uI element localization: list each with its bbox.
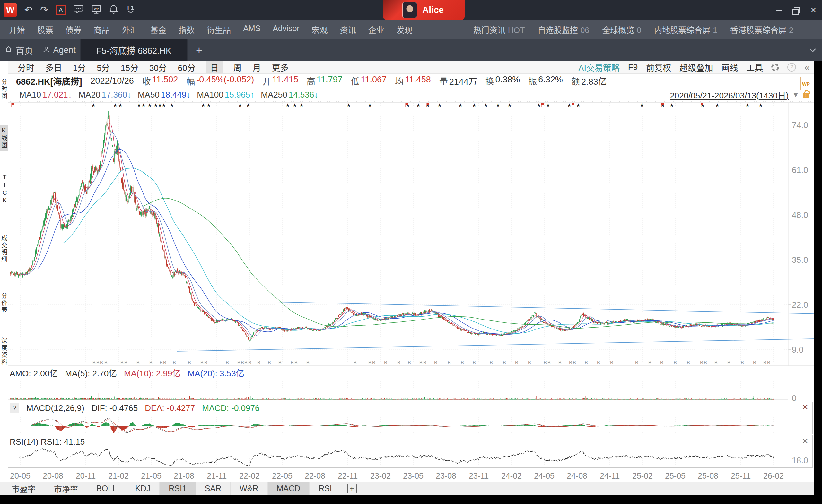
price-axis: 74.061.048.035.022.09.0018.0 [788, 120, 808, 465]
period-15min[interactable]: 15分 [121, 61, 138, 73]
close-button[interactable]: × [810, 4, 816, 15]
menu-item-news[interactable]: 资讯 [340, 24, 356, 35]
indicator-tab-sar[interactable]: SAR [196, 482, 231, 495]
svg-text:R: R [149, 360, 152, 365]
indicator-tab-pe[interactable]: 市盈率 [3, 482, 45, 495]
sidebar-item-intraday[interactable]: 分时图 [0, 79, 8, 100]
alice-banner[interactable]: Alice [383, 0, 465, 20]
tab-chevron-down-icon[interactable] [809, 46, 816, 52]
period-5min[interactable]: 5分 [97, 61, 110, 73]
menu-item-indices[interactable]: 指数 [178, 24, 194, 35]
amo-ma5: MA(5): 2.70亿 [65, 367, 117, 379]
svg-text:R: R [569, 360, 572, 365]
ai-strategy-button[interactable]: AI交易策略 [578, 61, 620, 73]
indicator-tab-boll[interactable]: BOLL [87, 482, 126, 495]
gear-icon[interactable] [771, 64, 779, 71]
restore-button[interactable] [794, 7, 800, 13]
tab-home[interactable]: 首页 [0, 39, 38, 61]
chat-icon[interactable] [73, 4, 83, 15]
quote-high: 高11.797 [307, 75, 343, 87]
macd-help-icon[interactable]: ? [10, 403, 19, 413]
menu-item-bonds[interactable]: 债券 [65, 24, 81, 35]
indicator-tab-wr[interactable]: W&R [231, 482, 268, 495]
svg-text:R: R [597, 360, 600, 365]
svg-text:★: ★ [536, 102, 541, 108]
wp-side-badge[interactable]: WP [801, 77, 811, 90]
period-60min[interactable]: 60分 [178, 61, 195, 73]
menu-item-corp[interactable]: 企业 [368, 24, 384, 35]
svg-text:★: ★ [546, 102, 550, 108]
undo-icon[interactable]: ↶ [24, 5, 32, 15]
svg-text:20-11: 20-11 [76, 471, 96, 480]
menu-item-advisor[interactable]: Advisor [273, 24, 299, 35]
svg-text:R: R [397, 360, 400, 365]
menu-item-global-overview[interactable]: 全球概览0 [602, 24, 641, 35]
svg-text:★: ★ [238, 102, 242, 108]
amo-ma10: MA(10): 2.99亿 [124, 367, 180, 379]
tab-agent[interactable]: Agent [38, 39, 81, 61]
f1-help-icon[interactable]: F1 [126, 4, 135, 15]
period-daily[interactable]: 日 [207, 61, 223, 74]
period-30min[interactable]: 30分 [149, 61, 167, 73]
redo-icon[interactable]: ↷ [40, 5, 48, 15]
period-more[interactable]: 更多 [272, 61, 289, 73]
menu-item-fx[interactable]: 外汇 [122, 24, 138, 35]
menu-item-funds[interactable]: 基金 [150, 24, 166, 35]
svg-text:21-05: 21-05 [141, 471, 161, 480]
svg-text:R: R [610, 360, 613, 365]
indicator-tab-macd[interactable]: MACD [268, 482, 310, 495]
menu-item-mainland-screen[interactable]: 内地股票综合屏1 [654, 24, 717, 35]
range-dropdown-icon[interactable]: ▼ [792, 90, 800, 99]
svg-text:★: ★ [293, 102, 297, 108]
date-range-selector[interactable]: 2020/05/21-2026/03/13(1430日) [670, 89, 789, 101]
draw-line-button[interactable]: 画线 [721, 61, 738, 73]
menu-item-discover[interactable]: 发现 [397, 24, 413, 35]
period-monthly[interactable]: 月 [253, 61, 261, 73]
period-intraday[interactable]: 分时 [18, 61, 34, 73]
minimize-button[interactable]: – [776, 4, 782, 15]
menu-item-hot-news[interactable]: 热门资讯HOT [473, 24, 525, 35]
collapse-icon[interactable]: « [804, 62, 810, 73]
svg-text:★: ★ [91, 102, 95, 108]
lock-icon[interactable] [803, 93, 809, 98]
svg-text:★: ★ [567, 102, 571, 108]
svg-text:R: R [687, 360, 690, 365]
wp-monitor-icon[interactable]: WP [91, 4, 101, 15]
forward-adjust-button[interactable]: 前复权 [646, 61, 671, 73]
macd-name: MACD(12,26,9) [26, 403, 84, 413]
indicator-tab-rsi[interactable]: RSI [310, 482, 341, 495]
rsi-close-icon[interactable]: × [802, 436, 808, 446]
quote-open: 开11.415 [262, 75, 298, 87]
bell-icon[interactable] [109, 4, 118, 15]
menu-item-macro[interactable]: 宏观 [312, 24, 328, 35]
f9-button[interactable]: F9 [628, 62, 638, 72]
more-menu-icon[interactable]: ··· [806, 25, 814, 34]
indicator-tab-kdj[interactable]: KDJ [126, 482, 159, 495]
period-1min[interactable]: 1分 [73, 61, 86, 73]
menu-item-ams[interactable]: AMS [243, 24, 261, 35]
add-indicator-button[interactable]: + [347, 484, 357, 493]
menu-item-hk-screen[interactable]: 香港股票综合屏2 [730, 24, 793, 35]
trendlines-layer[interactable] [177, 302, 814, 351]
super-overlay-button[interactable]: 超级叠加 [680, 61, 713, 73]
period-multiday[interactable]: 多日 [45, 61, 62, 73]
menu-item-stocks[interactable]: 股票 [37, 24, 53, 35]
indicator-tab-rsi1[interactable]: RSI1 [159, 482, 196, 495]
menu-item-watchlist-monitor[interactable]: 自选股监控06 [537, 24, 589, 35]
wind-logo-icon[interactable]: W [4, 3, 17, 17]
indicator-tab-pb[interactable]: 市净率 [45, 482, 87, 495]
tools-button[interactable]: 工具 [746, 61, 763, 73]
tab-stock-active[interactable]: F5-海底捞 6862.HK [81, 39, 187, 61]
svg-text:R: R [159, 360, 162, 365]
period-weekly[interactable]: 周 [234, 61, 242, 73]
menu-item-commodities[interactable]: 商品 [94, 24, 110, 35]
event-markers-layer[interactable]: ★★★★★★★★★★★★★★★★★★★★★★★★★★★★★★★★★★★★★★★ [12, 102, 763, 108]
macd-close-icon[interactable]: × [802, 402, 808, 412]
help-icon[interactable]: ? [787, 63, 796, 72]
kline-chart[interactable]: 20-0520-0820-1121-0221-0521-0821-1122-02… [0, 101, 814, 482]
new-tab-button[interactable]: + [187, 39, 211, 61]
menu-item-start[interactable]: 开始 [9, 24, 25, 35]
annotate-icon[interactable]: A [56, 5, 65, 15]
rsi-values: RSI(14) RSI1: 41.15 [10, 437, 85, 447]
menu-item-derivatives[interactable]: 衍生品 [207, 24, 231, 35]
